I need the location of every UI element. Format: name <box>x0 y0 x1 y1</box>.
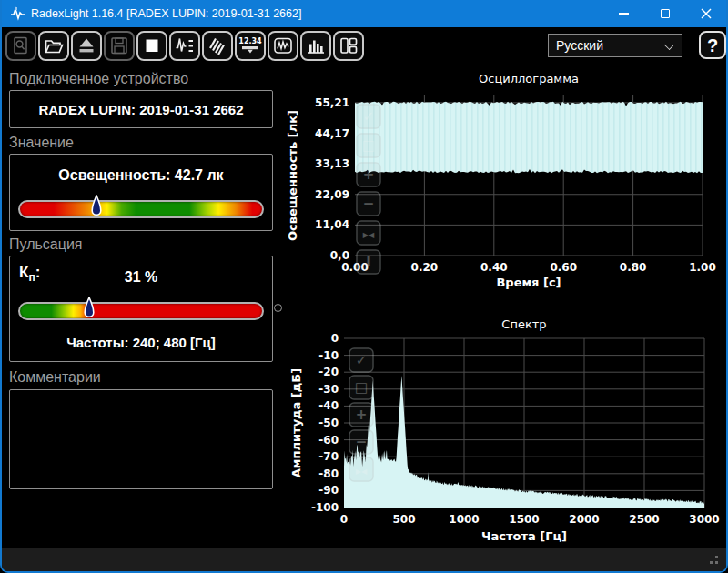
svg-text:1000: 1000 <box>449 513 479 526</box>
language-select-value: Русский <box>556 38 603 53</box>
svg-text:□: □ <box>355 379 368 396</box>
svg-text:+: + <box>356 407 368 423</box>
app-window: RadexLight 1.16.4 [RADEX LUPIN: 2019-01-… <box>0 0 728 573</box>
digits-display-button[interactable]: 12.34 <box>235 31 266 61</box>
osc-fit-vertical-tool[interactable]: I <box>357 250 380 274</box>
layout-button[interactable] <box>333 31 364 61</box>
waveform-list-icon <box>174 35 196 56</box>
svg-text:11,04: 11,04 <box>315 218 349 231</box>
svg-text:-90: -90 <box>318 484 339 497</box>
device-name-box: RADEX LUPIN: 2019-01-31 2662 <box>9 90 273 128</box>
svg-text:+: + <box>363 166 375 183</box>
chevron-down-icon <box>664 41 673 50</box>
svg-text:▶◀: ▶◀ <box>363 231 375 239</box>
hatch-lines-icon <box>207 35 228 56</box>
app-logo-icon <box>10 6 25 22</box>
svg-text:✓: ✓ <box>356 352 368 368</box>
pulsation-section-header: Пульсация <box>9 236 82 253</box>
minimize-button[interactable] <box>603 0 644 27</box>
spectrum-chart[interactable]: 0-10-20-30-40-50-60-70-80-90-10005001000… <box>284 315 721 548</box>
svg-text:0,0: 0,0 <box>330 249 349 262</box>
svg-text:44,17: 44,17 <box>315 127 349 140</box>
close-icon <box>701 8 712 19</box>
svg-text:Частота [Гц]: Частота [Гц] <box>481 529 567 543</box>
stop-button[interactable] <box>136 31 167 61</box>
svg-text:-70: -70 <box>318 450 339 463</box>
save-button[interactable] <box>104 31 135 61</box>
svg-text:Спектр: Спектр <box>501 317 546 331</box>
pulsation-gradient-bar <box>18 302 264 320</box>
svg-text:-40: -40 <box>318 399 339 412</box>
language-select[interactable]: Русский <box>548 34 682 57</box>
spec-zoom-out-tool[interactable]: − <box>349 430 373 454</box>
svg-text:-50: -50 <box>318 417 339 429</box>
oscillogram-view-button[interactable] <box>268 31 298 61</box>
svg-text:−: − <box>363 196 375 212</box>
svg-text:1.00: 1.00 <box>689 261 716 274</box>
find-device-button[interactable] <box>5 31 36 61</box>
spec-copy-tool[interactable]: □ <box>349 376 373 399</box>
oscillogram-chart[interactable]: 55,2144,1733,1322,0911,040,00.000.200.40… <box>284 71 721 289</box>
svg-text:500: 500 <box>392 513 415 526</box>
measurement-button[interactable] <box>169 31 200 61</box>
svg-text:-20: -20 <box>318 366 339 378</box>
svg-text:2500: 2500 <box>629 513 659 526</box>
spec-zoom-in-tool[interactable]: + <box>349 403 373 427</box>
svg-text:0: 0 <box>331 332 339 345</box>
illuminance-gradient-bar <box>18 200 264 218</box>
spec-select-tool[interactable]: ✓ <box>349 348 373 372</box>
svg-text:0.20: 0.20 <box>411 261 439 274</box>
spec-fit-horizontal-tool[interactable]: ▶◀ <box>349 457 373 481</box>
svg-text:✓: ✓ <box>363 108 375 125</box>
bar-chart-icon <box>305 35 327 56</box>
illuminance-reading: Освещенность: 42.7 лк <box>10 167 272 184</box>
svg-text:Осциллограмма: Осциллограмма <box>479 72 579 85</box>
close-button[interactable] <box>685 0 726 27</box>
device-name: RADEX LUPIN: 2019-01-31 2662 <box>38 102 243 117</box>
window-title: RadexLight 1.16.4 [RADEX LUPIN: 2019-01-… <box>31 7 301 20</box>
osc-copy-tool[interactable]: □ <box>357 134 380 157</box>
panel-splitter-handle[interactable] <box>274 304 282 312</box>
resize-grip-icon[interactable] <box>715 561 718 564</box>
svg-text:-100: -100 <box>311 501 339 514</box>
svg-text:1500: 1500 <box>509 513 539 526</box>
svg-text:-60: -60 <box>318 434 339 447</box>
digits-icon: 12.34 <box>238 35 262 56</box>
svg-text:Время [с]: Время [с] <box>496 276 561 289</box>
stop-square-icon <box>141 35 163 56</box>
search-document-icon <box>10 35 32 56</box>
osc-select-tool[interactable]: ✓ <box>357 105 380 128</box>
svg-text:55,21: 55,21 <box>315 96 349 109</box>
eject-button[interactable] <box>71 31 102 61</box>
illuminance-marker <box>90 195 103 218</box>
svg-text:Амплитуда [дБ]: Амплитуда [дБ] <box>289 368 303 478</box>
osc-zoom-out-tool[interactable]: − <box>357 192 380 216</box>
svg-text:0.80: 0.80 <box>620 261 647 274</box>
svg-text:−: − <box>356 434 368 450</box>
svg-text:-80: -80 <box>318 467 339 480</box>
spectrum-view-button[interactable] <box>300 31 331 61</box>
maximize-icon <box>661 9 670 18</box>
comments-input[interactable] <box>9 389 273 489</box>
svg-text:2000: 2000 <box>569 513 599 526</box>
value-section-header: Значение <box>9 135 74 151</box>
panels-icon <box>338 35 359 56</box>
maximize-button[interactable] <box>644 0 685 27</box>
svg-text:33,13: 33,13 <box>315 157 349 170</box>
frequencies-text: Частоты: 240; 480 [Гц] <box>10 335 272 350</box>
osc-fit-horizontal-tool[interactable]: ▶◀ <box>357 221 380 245</box>
device-section-header: Подключенное устройство <box>9 71 188 87</box>
svg-text:I: I <box>366 254 371 270</box>
svg-text:0.40: 0.40 <box>480 261 508 274</box>
svg-text:-10: -10 <box>318 349 339 362</box>
status-bar <box>2 548 726 571</box>
pulsation-marker <box>83 297 96 320</box>
comments-section-header: Комментарии <box>9 369 101 386</box>
hatch-button[interactable] <box>202 31 233 61</box>
osc-zoom-in-tool[interactable]: + <box>357 163 380 186</box>
svg-text:0.60: 0.60 <box>550 261 577 274</box>
svg-text:-30: -30 <box>318 383 339 396</box>
pulsation-box: Кп: 31 % Частоты: 240; 480 [Гц] <box>9 256 273 362</box>
help-button[interactable]: ? <box>699 31 726 59</box>
open-file-button[interactable] <box>38 31 69 61</box>
